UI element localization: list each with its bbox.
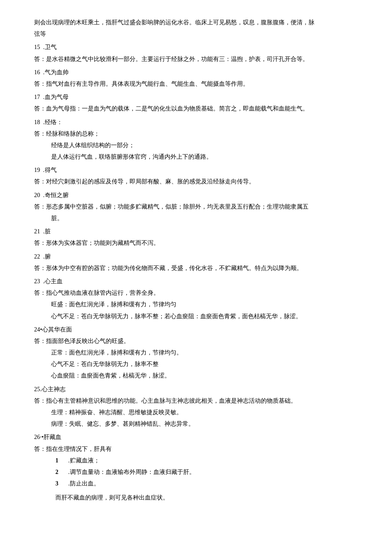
answer-24-4: 心血瘀阻：血瘀面色青紫，枯槁无华，脉涩。 (34, 370, 358, 381)
question-22: 22 .腑 (34, 251, 358, 262)
question-16: 16 .气为血帅 (34, 67, 358, 78)
item-text-1: .贮藏血液； (68, 455, 100, 466)
section-24: 24•心其华在面 答：指面部色泽反映出心气的旺盛。 正常：面色红润光泽，脉搏和缓… (34, 324, 358, 381)
question-23: 23 .心主血 (34, 276, 358, 287)
section-25: 25.心主神志 答：指心有主管精神意识和思维的功能。心主血脉与主神志彼此相关，血… (34, 384, 358, 430)
section-15: 15 .卫气 答：是水谷精微之气中比较滑利一部分。主要运行于经脉之外，功能有三：… (34, 42, 358, 64)
answer-26-intro: 答：指在生理情况下，肝具有 (34, 444, 358, 454)
question-26: 26·•肝藏血 (34, 432, 358, 442)
section-23: 23 .心主血 答：指心气推动血液在脉管内运行，营养全身。 旺盛：面色红润光泽，… (34, 276, 358, 322)
question-17: 17 .血为气母 (34, 92, 358, 102)
numbered-item-3: 3 .防止出血。 (34, 478, 358, 489)
intro-block: 则会出现病理的木旺乘土，指肝气过盛会影响脾的运化水谷。临床上可见易怒，叹息，腹胀… (34, 17, 358, 39)
item-text-2: .调节血量动：血液输布外周静：血液归藏于肝。 (68, 467, 195, 477)
question-20: 20 .奇恒之腑 (34, 190, 358, 200)
numbered-item-1: 1 .贮藏血液； (34, 455, 358, 466)
answer-23-2: 旺盛：面色红润光泽，脉搏和缓有力，节律均匀 (34, 299, 358, 310)
answer-25-3: 病理：失眠、健忘、多梦、甚则精神错乱、神志异常。 (34, 418, 358, 429)
page-content: 则会出现病理的木旺乘土，指肝气过盛会影响脾的运化水谷。临床上可见易怒，叹息，腹胀… (34, 17, 358, 503)
question-25: 25.心主神志 (34, 384, 358, 395)
item-num-3: 3 (55, 478, 68, 489)
answer-25-1: 答：指心有主管精神意识和思维的功能。心主血脉与主神志彼此相关，血液是神志活动的物… (34, 395, 358, 406)
answer-21-1: 答：形体为实体器官；功能则为藏精气而不泻。 (34, 238, 358, 248)
section-26: 26·•肝藏血 答：指在生理情况下，肝具有 1 .贮藏血液； 2 .调节血量动：… (34, 432, 358, 503)
answer-18-1: 答：经脉和络脉的总称； (34, 128, 358, 139)
answer-24-3: 心气不足：苍白无华脉弱无力，脉率不整 (34, 359, 358, 369)
answer-20-1: 答：形态多属中空脏器，似腑；功能多贮藏精气，似脏；除胆外，均无表里及五行配合；生… (34, 201, 358, 212)
answer-22-1: 答：形体为中空有腔的器官；功能为传化物而不藏，受盛，传化水谷，不贮藏精气。特点为… (34, 263, 358, 273)
question-21: 21 .脏 (34, 226, 358, 237)
section-21: 21 .脏 答：形体为实体器官；功能则为藏精气而不泻。 (34, 226, 358, 248)
question-19: 19 .得气 (34, 165, 358, 175)
answer-24-1: 答：指面部色泽反映出心气的旺盛。 (34, 336, 358, 346)
intro-line1: 则会出现病理的木旺乘土，指肝气过盛会影响脾的运化水谷。临床上可见易怒，叹息，腹胀… (34, 17, 358, 28)
numbered-item-2: 2 .调节血量动：血液输布外周静：血液归藏于肝。 (34, 467, 358, 477)
question-18: 18 .经络： (34, 117, 358, 128)
section-16: 16 .气为血帅 答：指气对血行有主导作用。具体表现为气能行血、气能生血、气能摄… (34, 67, 358, 89)
section-22: 22 .腑 答：形体为中空有腔的器官；功能为传化物而不藏，受盛，传化水谷，不贮藏… (34, 251, 358, 273)
answer-16-1: 答：指气对血行有主导作用。具体表现为气能行血、气能生血、气能摄血等作用。 (34, 78, 358, 89)
answer-23-1: 答：指心气推动血液在脉管内运行，营养全身。 (34, 288, 358, 298)
section-20: 20 .奇恒之腑 答：形态多属中空脏器，似腑；功能多贮藏精气，似脏；除胆外，均无… (34, 190, 358, 224)
answer-25-2: 生理：精神振奋、神志清醒、思维敏捷反映灵敏。 (34, 407, 358, 418)
question-24: 24•心其华在面 (34, 324, 358, 335)
answer-18-2: 经络是人体组织结构的一部分； (34, 140, 358, 151)
answer-26-footer: 而肝不藏血的病理，则可见各种出血症状。 (34, 492, 358, 503)
section-19: 19 .得气 答：对经穴刺激引起的感应及传导，即局部有酸、麻、胀的感觉及沿经脉走… (34, 165, 358, 187)
section-17: 17 .血为气母 答：血为气母指：一是血为气的载体，二是气的化生以血为物质基础。… (34, 92, 358, 114)
answer-17-1: 答：血为气母指：一是血为气的载体，二是气的化生以血为物质基础。简言之，即血能载气… (34, 103, 358, 114)
section-18: 18 .经络： 答：经脉和络脉的总称； 经络是人体组织结构的一部分； 是人体运行… (34, 117, 358, 163)
answer-19-1: 答：对经穴刺激引起的感应及传导，即局部有酸、麻、胀的感觉及沿经脉走向传导。 (34, 176, 358, 187)
answer-18-3: 是人体运行气血，联络脏腑形体官窍，沟通内外上下的通路。 (34, 151, 358, 162)
item-text-3: .防止出血。 (68, 478, 100, 489)
answer-20-2: 脏。 (34, 213, 358, 224)
item-num-2: 2 (55, 467, 68, 477)
item-num-1: 1 (55, 455, 68, 466)
answer-15-1: 答：是水谷精微之气中比较滑利一部分。主要运行于经脉之外，功能有三：温煦，护表，司… (34, 54, 358, 64)
question-15: 15 .卫气 (34, 42, 358, 52)
answer-23-3: 心气不足：苍白无华脉弱无力，脉率不整；若心血瘀阻：血瘀面色青紫，面色枯槁无华，脉… (34, 311, 358, 322)
answer-24-2: 正常：面色红润光泽，脉搏和缓有力，节律均匀。 (34, 347, 358, 358)
intro-line2: 弦等 (34, 29, 358, 39)
